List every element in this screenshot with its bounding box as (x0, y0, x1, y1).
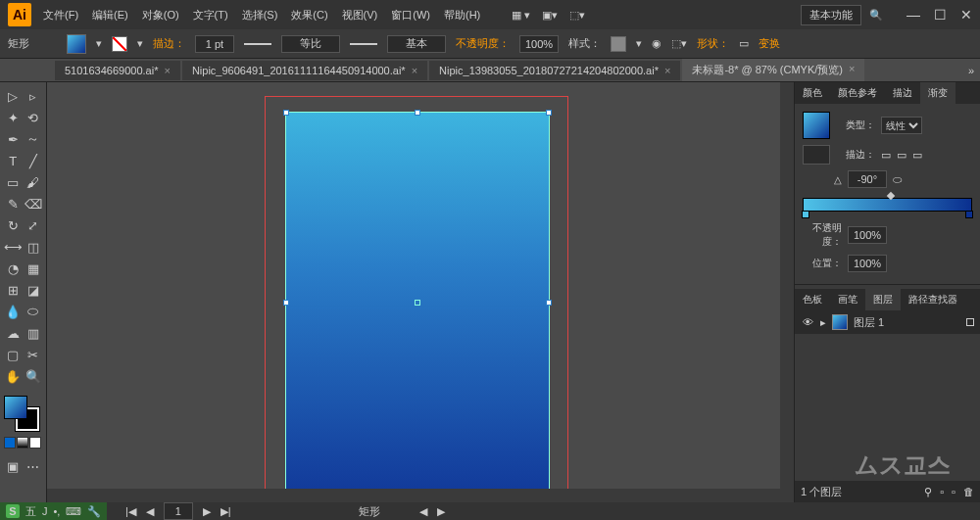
ime-punct-icon[interactable]: •, (54, 505, 61, 517)
resize-handle-ml[interactable] (283, 300, 289, 306)
color-mode-solid[interactable] (4, 437, 16, 449)
layer-row-1[interactable]: 👁 ▸ 图层 1 (795, 310, 980, 334)
visibility-icon[interactable]: 👁 (801, 316, 814, 328)
magic-wand-tool[interactable]: ✦ (4, 108, 23, 127)
delete-layer-icon[interactable]: 🗑 (963, 486, 974, 497)
brush-tool[interactable]: 🖌 (24, 172, 43, 192)
artboard-number-input[interactable] (164, 502, 193, 520)
tab-swatches[interactable]: 色板 (795, 289, 830, 310)
midpoint-diamond[interactable] (886, 192, 894, 200)
menu-window[interactable]: 窗口(W) (391, 8, 430, 23)
direct-selection-tool[interactable]: ▹ (24, 86, 43, 106)
stroke-label[interactable]: 描边： (153, 36, 185, 51)
artboard-nav-prev-icon[interactable]: ◀ (146, 505, 154, 518)
workspace-switcher[interactable]: 基本功能 (801, 5, 861, 25)
align-icon[interactable]: ⬚▾ (671, 37, 687, 50)
eraser-tool[interactable]: ⌫ (24, 194, 43, 213)
menu-effect[interactable]: 效果(C) (291, 8, 327, 23)
canvas-area[interactable] (47, 82, 794, 502)
artboard-nav-first-icon[interactable]: |◀ (125, 505, 136, 518)
menu-type[interactable]: 文字(T) (193, 8, 228, 23)
tabs-overflow-icon[interactable]: » (962, 65, 980, 76)
tab-color-guide[interactable]: 颜色参考 (830, 82, 885, 104)
stroke-grad-icon-1[interactable]: ▭ (881, 149, 891, 162)
profile-dropdown[interactable]: 等比 (281, 35, 340, 53)
color-mode-gradient[interactable] (17, 437, 28, 449)
tab-stroke[interactable]: 描边 (885, 82, 920, 104)
brush-line-icon[interactable] (350, 43, 377, 45)
gradient-preview[interactable] (803, 112, 830, 139)
ime-keyboard-icon[interactable]: ⌨ (66, 505, 81, 518)
gradient-swap-icon[interactable] (803, 145, 830, 165)
tab-pathfinder[interactable]: 路径查找器 (901, 289, 965, 310)
mesh-tool[interactable]: ⊞ (4, 280, 23, 300)
perspective-tool[interactable]: ▦ (24, 259, 43, 278)
stroke-swatch[interactable] (112, 36, 127, 52)
tab-close-icon[interactable]: × (412, 65, 417, 76)
tab-close-icon[interactable]: × (849, 63, 855, 77)
fill-swatch[interactable] (67, 34, 86, 54)
new-layer-icon[interactable]: ▫ (952, 486, 956, 497)
gradient-type-select[interactable]: 线性 (881, 117, 922, 134)
shape-label[interactable]: 形状： (697, 36, 729, 51)
ime-settings-icon[interactable]: 🔧 (87, 505, 101, 518)
bridge-icon[interactable]: ▣▾ (542, 9, 558, 22)
stroke-weight-input[interactable] (195, 35, 234, 53)
vertical-scrollbar[interactable] (780, 82, 794, 502)
fill-box[interactable] (4, 396, 27, 419)
eyedropper-tool[interactable]: 💧 (4, 302, 23, 321)
recolor-icon[interactable]: ◉ (652, 37, 662, 50)
cap-icon[interactable] (244, 43, 271, 45)
hand-tool[interactable]: ✋ (4, 366, 23, 386)
aspect-icon[interactable]: ⬭ (893, 173, 902, 186)
pen-tool[interactable]: ✒ (4, 129, 23, 149)
edit-toolbar[interactable]: ⋯ (24, 456, 43, 476)
tab-close-icon[interactable]: × (164, 65, 170, 76)
stroke-grad-icon-2[interactable]: ▭ (897, 149, 906, 162)
menu-select[interactable]: 选择(S) (242, 8, 278, 23)
rotate-tool[interactable]: ↻ (4, 215, 23, 235)
style-swatch[interactable] (611, 36, 626, 52)
doc-tab-2[interactable]: Nipic_9606491_20161111164450914000.ai*× (182, 61, 427, 80)
status-scroll-right-icon[interactable]: ▶ (437, 505, 445, 518)
opacity-input[interactable] (519, 35, 559, 53)
menu-object[interactable]: 对象(O) (142, 8, 179, 23)
doc-tab-1[interactable]: 5101634669000.ai*× (55, 61, 180, 80)
search-icon[interactable]: 🔍 (869, 9, 883, 22)
shape-builder-tool[interactable]: ◔ (4, 259, 23, 278)
layer-name[interactable]: 图层 1 (854, 315, 884, 330)
selected-rectangle[interactable] (285, 112, 550, 494)
width-tool[interactable]: ⟷ (4, 237, 23, 257)
transform-link[interactable]: 变换 (759, 36, 780, 51)
arrange-icon[interactable]: ⬚▾ (569, 9, 585, 22)
shaper-tool[interactable]: ✎ (4, 194, 23, 213)
gradient-stop-2[interactable] (965, 211, 973, 218)
tab-close-icon[interactable]: × (664, 65, 670, 76)
opacity-label[interactable]: 不透明度： (456, 36, 510, 51)
ime-item-2[interactable]: J (42, 505, 48, 517)
menu-edit[interactable]: 编辑(E) (92, 8, 128, 23)
angle-input[interactable] (848, 170, 887, 188)
symbol-tool[interactable]: ☁ (4, 323, 23, 343)
selection-tool[interactable]: ▷ (4, 86, 23, 106)
graph-tool[interactable]: ▥ (24, 323, 43, 343)
brush-dropdown[interactable]: 基本 (387, 35, 446, 53)
fill-stroke-control[interactable] (4, 396, 39, 431)
scale-tool[interactable]: ⤢ (24, 215, 43, 235)
artboard-tool[interactable]: ▢ (4, 345, 23, 364)
center-handle[interactable] (415, 300, 420, 306)
artboard-nav-last-icon[interactable]: ▶| (220, 505, 231, 518)
stroke-grad-icon-3[interactable]: ▭ (912, 149, 922, 162)
ime-logo-icon[interactable]: S (6, 504, 20, 518)
blend-tool[interactable]: ⬭ (24, 302, 43, 321)
position-input[interactable] (848, 255, 887, 272)
color-mode-none[interactable] (29, 437, 41, 449)
rectangle-tool[interactable]: ▭ (4, 172, 23, 192)
gradient-tool[interactable]: ◪ (24, 280, 43, 300)
gradient-stop-1[interactable] (802, 211, 809, 218)
layout-icon[interactable]: ▦ ▾ (512, 9, 530, 22)
free-transform-tool[interactable]: ◫ (24, 237, 42, 257)
gradient-slider[interactable] (803, 198, 972, 212)
lasso-tool[interactable]: ⟲ (24, 108, 43, 127)
minimize-icon[interactable]: — (906, 7, 920, 23)
